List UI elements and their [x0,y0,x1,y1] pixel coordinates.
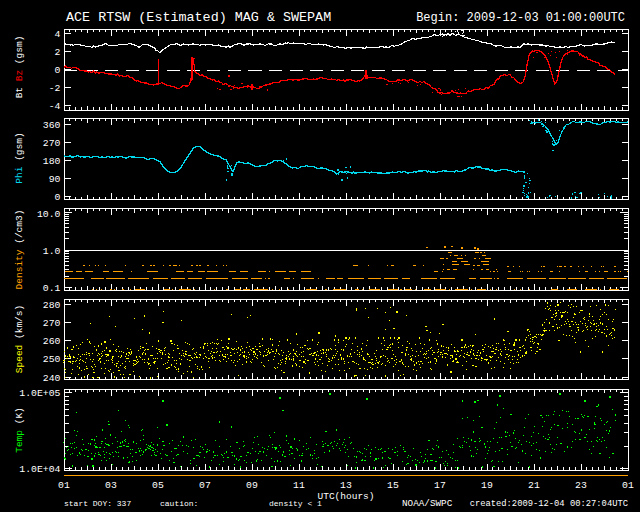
svg-text:05: 05 [152,480,164,491]
svg-text:0: 0 [55,65,61,76]
svg-text:03: 03 [105,480,117,491]
svg-text:90: 90 [49,174,61,185]
svg-text:start DOY: 337: start DOY: 337 [64,499,131,508]
svg-text:Bt Bz (gsm): Bt Bz (gsm) [14,36,25,99]
svg-text:11: 11 [293,480,305,491]
svg-text:Density (/cm3): Density (/cm3) [14,210,25,290]
svg-text:caution:: caution: [160,499,198,508]
svg-text:Temp (K): Temp (K) [14,407,25,453]
svg-text:Begin: 2009-12-03 01:00:00UTC: Begin: 2009-12-03 01:00:00UTC [416,11,625,25]
svg-text:15: 15 [387,480,399,491]
svg-text:13: 13 [340,480,352,491]
svg-text:01: 01 [622,480,634,491]
svg-text:360: 360 [43,120,61,131]
svg-text:260: 260 [43,336,61,347]
svg-text:1.0E+04: 1.0E+04 [19,464,60,475]
svg-text:ACE RTSW (Estimated) MAG & SWE: ACE RTSW (Estimated) MAG & SWEPAM [66,10,331,25]
svg-text:Phi (gsm): Phi (gsm) [14,132,25,183]
svg-text:0.1: 0.1 [43,283,61,294]
svg-text:250: 250 [43,354,61,365]
svg-text:01: 01 [58,480,70,491]
svg-text:2: 2 [55,47,61,58]
svg-text:0: 0 [55,192,61,203]
svg-text:-2: -2 [49,83,61,94]
svg-text:Speed (km/s): Speed (km/s) [14,305,25,373]
svg-text:NOAA/SWPC: NOAA/SWPC [402,498,453,509]
svg-text:17: 17 [434,480,446,491]
svg-text:1.0E+05: 1.0E+05 [19,388,60,399]
svg-text:270: 270 [43,138,61,149]
svg-text:10.0: 10.0 [37,209,61,220]
svg-text:09: 09 [246,480,258,491]
svg-text:240: 240 [43,373,61,384]
svg-text:07: 07 [199,480,211,491]
svg-text:created:2009-12-04 00:27:04UTC: created:2009-12-04 00:27:04UTC [470,499,628,509]
svg-text:UTC(hours): UTC(hours) [317,491,374,502]
svg-text:270: 270 [43,318,61,329]
svg-text:280: 280 [43,300,61,311]
svg-text:-4: -4 [49,101,61,112]
svg-text:19: 19 [481,480,493,491]
svg-text:180: 180 [43,156,61,167]
svg-text:1.0: 1.0 [43,246,61,257]
svg-text:4: 4 [55,29,61,40]
svg-text:21: 21 [528,480,540,491]
svg-text:23: 23 [575,480,587,491]
svg-text:density < 1: density < 1 [269,499,322,508]
